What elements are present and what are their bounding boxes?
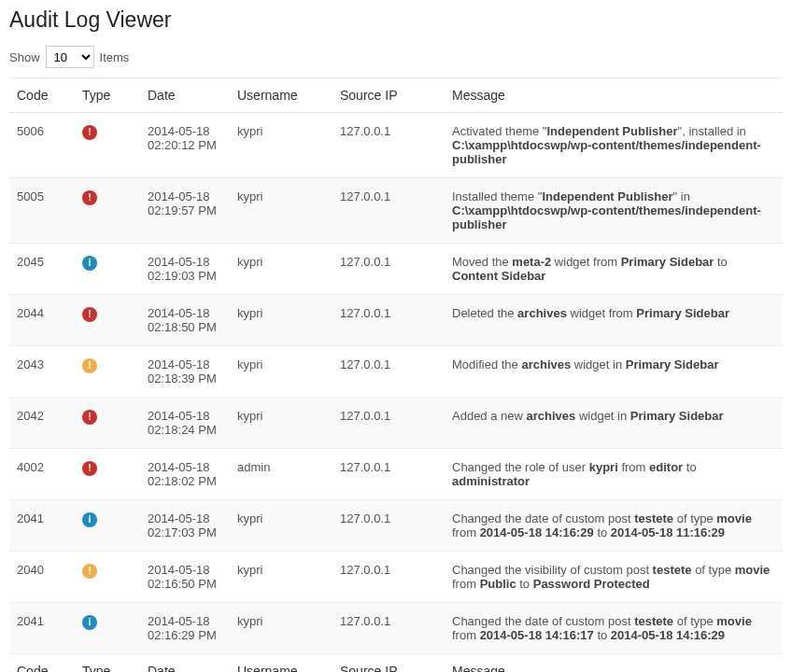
- cell-username: kypri: [230, 500, 332, 552]
- cell-username: kypri: [230, 295, 332, 346]
- critical-icon: !: [82, 461, 97, 476]
- cell-code: 4002: [9, 449, 75, 500]
- cell-source-ip: 127.0.0.1: [332, 113, 445, 178]
- warning-icon: !: [82, 358, 97, 373]
- items-label: Items: [100, 50, 130, 64]
- cell-message: Deleted the archives widget from Primary…: [445, 295, 783, 346]
- cell-code: 5006: [9, 113, 75, 178]
- cell-source-ip: 127.0.0.1: [332, 449, 445, 500]
- cell-code: 2042: [9, 398, 75, 449]
- col-footer-date[interactable]: Date: [140, 654, 230, 673]
- cell-date: 2014-05-18 02:19:03 PM: [140, 244, 230, 295]
- col-footer-username[interactable]: Username: [230, 654, 332, 673]
- cell-username: kypri: [230, 552, 332, 603]
- critical-icon: !: [82, 190, 97, 205]
- cell-username: kypri: [230, 603, 332, 654]
- table-footer-row: Code Type Date Username Source IP Messag…: [9, 654, 783, 673]
- cell-username: kypri: [230, 398, 332, 449]
- table-row: 2043!2014-05-18 02:18:39 PMkypri127.0.0.…: [9, 346, 783, 398]
- col-footer-type[interactable]: Type: [75, 654, 140, 673]
- cell-date: 2014-05-18 02:19:57 PM: [140, 178, 230, 244]
- col-header-username[interactable]: Username: [230, 78, 332, 113]
- cell-message: Installed theme "Independent Publisher" …: [445, 178, 783, 244]
- cell-date: 2014-05-18 02:17:03 PM: [140, 500, 230, 552]
- cell-type: !: [75, 178, 140, 244]
- cell-message: Activated theme "Independent Publisher",…: [445, 113, 783, 178]
- cell-message: Changed the date of custom post testete …: [445, 500, 783, 552]
- cell-type: !: [75, 113, 140, 178]
- cell-code: 5005: [9, 178, 75, 244]
- cell-type: !: [75, 552, 140, 603]
- audit-log-table: Code Type Date Username Source IP Messag…: [9, 77, 783, 672]
- cell-date: 2014-05-18 02:20:12 PM: [140, 113, 230, 178]
- table-row: 5005!2014-05-18 02:19:57 PMkypri127.0.0.…: [9, 178, 783, 244]
- items-per-page-select[interactable]: 102550100: [46, 46, 94, 68]
- cell-source-ip: 127.0.0.1: [332, 398, 445, 449]
- cell-source-ip: 127.0.0.1: [332, 552, 445, 603]
- col-footer-code[interactable]: Code: [9, 654, 75, 673]
- cell-date: 2014-05-18 02:18:39 PM: [140, 346, 230, 398]
- cell-message: Moved the meta-2 widget from Primary Sid…: [445, 244, 783, 295]
- cell-username: admin: [230, 449, 332, 500]
- cell-source-ip: 127.0.0.1: [332, 346, 445, 398]
- table-row: 2045i2014-05-18 02:19:03 PMkypri127.0.0.…: [9, 244, 783, 295]
- cell-message: Changed the visibility of custom post te…: [445, 552, 783, 603]
- cell-type: !: [75, 449, 140, 500]
- cell-message: Modified the archives widget in Primary …: [445, 346, 783, 398]
- cell-code: 2045: [9, 244, 75, 295]
- table-header-row: Code Type Date Username Source IP Messag…: [9, 78, 783, 113]
- col-footer-message[interactable]: Message: [445, 654, 783, 673]
- cell-type: !: [75, 346, 140, 398]
- cell-code: 2043: [9, 346, 75, 398]
- cell-date: 2014-05-18 02:18:02 PM: [140, 449, 230, 500]
- col-header-code[interactable]: Code: [9, 78, 75, 113]
- info-icon: i: [82, 256, 97, 271]
- col-header-message[interactable]: Message: [445, 78, 783, 113]
- cell-username: kypri: [230, 178, 332, 244]
- cell-code: 2044: [9, 295, 75, 346]
- critical-icon: !: [82, 410, 97, 425]
- cell-date: 2014-05-18 02:18:24 PM: [140, 398, 230, 449]
- cell-type: i: [75, 244, 140, 295]
- items-per-page-control: Show 102550100 Items: [9, 46, 783, 68]
- col-header-source-ip[interactable]: Source IP: [332, 78, 445, 113]
- table-row: 5006!2014-05-18 02:20:12 PMkypri127.0.0.…: [9, 113, 783, 178]
- cell-code: 2041: [9, 500, 75, 552]
- cell-date: 2014-05-18 02:18:50 PM: [140, 295, 230, 346]
- col-footer-source-ip[interactable]: Source IP: [332, 654, 445, 673]
- cell-message: Changed the role of user kypri from edit…: [445, 449, 783, 500]
- cell-source-ip: 127.0.0.1: [332, 244, 445, 295]
- table-row: 4002!2014-05-18 02:18:02 PMadmin127.0.0.…: [9, 449, 783, 500]
- table-row: 2041i2014-05-18 02:17:03 PMkypri127.0.0.…: [9, 500, 783, 552]
- cell-message: Added a new archives widget in Primary S…: [445, 398, 783, 449]
- cell-type: !: [75, 398, 140, 449]
- cell-code: 2041: [9, 603, 75, 654]
- cell-username: kypri: [230, 244, 332, 295]
- cell-code: 2040: [9, 552, 75, 603]
- critical-icon: !: [82, 125, 97, 140]
- cell-username: kypri: [230, 346, 332, 398]
- page-title: Audit Log Viewer: [9, 7, 783, 33]
- critical-icon: !: [82, 307, 97, 322]
- info-icon: i: [82, 615, 97, 630]
- info-icon: i: [82, 512, 97, 527]
- cell-source-ip: 127.0.0.1: [332, 178, 445, 244]
- cell-type: !: [75, 295, 140, 346]
- table-row: 2040!2014-05-18 02:16:50 PMkypri127.0.0.…: [9, 552, 783, 603]
- table-row: 2041i2014-05-18 02:16:29 PMkypri127.0.0.…: [9, 603, 783, 654]
- table-row: 2042!2014-05-18 02:18:24 PMkypri127.0.0.…: [9, 398, 783, 449]
- cell-source-ip: 127.0.0.1: [332, 295, 445, 346]
- table-row: 2044!2014-05-18 02:18:50 PMkypri127.0.0.…: [9, 295, 783, 346]
- show-label: Show: [9, 50, 40, 64]
- cell-date: 2014-05-18 02:16:50 PM: [140, 552, 230, 603]
- cell-message: Changed the date of custom post testete …: [445, 603, 783, 654]
- col-header-date[interactable]: Date: [140, 78, 230, 113]
- cell-date: 2014-05-18 02:16:29 PM: [140, 603, 230, 654]
- cell-username: kypri: [230, 113, 332, 178]
- warning-icon: !: [82, 564, 97, 579]
- cell-type: i: [75, 603, 140, 654]
- cell-type: i: [75, 500, 140, 552]
- col-header-type[interactable]: Type: [75, 78, 140, 113]
- cell-source-ip: 127.0.0.1: [332, 500, 445, 552]
- cell-source-ip: 127.0.0.1: [332, 603, 445, 654]
